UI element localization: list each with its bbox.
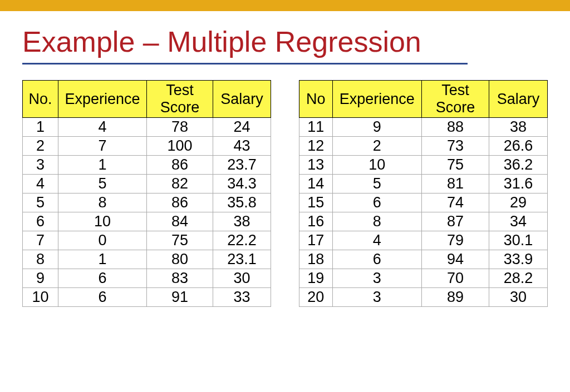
- cell-experience: 8: [58, 193, 146, 212]
- table-row: 818023.1: [23, 250, 271, 269]
- cell-no: 19: [299, 269, 333, 288]
- cell-no: 11: [299, 118, 333, 137]
- cell-salary: 28.2: [489, 269, 548, 288]
- cell-no: 4: [23, 175, 58, 193]
- table-row: 707522.2: [23, 231, 271, 250]
- cell-experience: 8: [332, 212, 421, 231]
- cell-salary: 35.8: [213, 193, 271, 212]
- cell-no: 14: [299, 175, 333, 193]
- cell-experience: 1: [58, 156, 146, 175]
- cell-experience: 3: [332, 269, 421, 288]
- table-header-row: No Experience Test Score Salary: [299, 81, 548, 118]
- cell-experience: 10: [332, 156, 421, 175]
- cell-test-score: 75: [421, 156, 489, 175]
- table-row: 2038930: [299, 288, 548, 307]
- cell-salary: 34.3: [213, 175, 271, 193]
- cell-experience: 4: [58, 118, 146, 137]
- cell-no: 15: [299, 193, 333, 212]
- cell-salary: 23.7: [213, 156, 271, 175]
- table-row: 1069133: [23, 288, 271, 307]
- cell-test-score: 87: [421, 212, 489, 231]
- header-test-score: Test Score: [421, 81, 489, 118]
- cell-salary: 22.2: [213, 231, 271, 250]
- table-row: 1869433.9: [299, 250, 548, 269]
- cell-test-score: 75: [147, 231, 213, 250]
- cell-no: 9: [23, 269, 58, 288]
- cell-salary: 30: [489, 288, 548, 307]
- cell-test-score: 73: [421, 137, 489, 156]
- table-row: 1688734: [299, 212, 548, 231]
- table-row: 968330: [23, 269, 271, 288]
- cell-test-score: 70: [421, 269, 489, 288]
- cell-test-score: 80: [147, 250, 213, 269]
- cell-no: 1: [23, 118, 58, 137]
- cell-salary: 31.6: [489, 175, 548, 193]
- accent-bar: [0, 0, 570, 11]
- page-title: Example – Multiple Regression: [22, 25, 548, 58]
- cell-no: 5: [23, 193, 58, 212]
- table-row: 458234.3: [23, 175, 271, 193]
- cell-no: 6: [23, 212, 58, 231]
- title-underline: [22, 63, 468, 64]
- cell-salary: 24: [213, 118, 271, 137]
- data-table-right: No Experience Test Score Salary 11988381…: [299, 80, 548, 307]
- cell-salary: 38: [489, 118, 548, 137]
- cell-test-score: 82: [147, 175, 213, 193]
- cell-test-score: 74: [421, 193, 489, 212]
- cell-no: 13: [299, 156, 333, 175]
- cell-no: 7: [23, 231, 58, 250]
- cell-test-score: 81: [421, 175, 489, 193]
- header-experience: Experience: [332, 81, 421, 118]
- table-row: 1198838: [299, 118, 548, 137]
- cell-no: 16: [299, 212, 333, 231]
- cell-salary: 30: [213, 269, 271, 288]
- cell-salary: 30.1: [489, 231, 548, 250]
- table-row: 318623.7: [23, 156, 271, 175]
- cell-salary: 36.2: [489, 156, 548, 175]
- cell-experience: 1: [58, 250, 146, 269]
- table-row: 1227326.6: [299, 137, 548, 156]
- table-body-right: 11988381227326.613107536.21458131.615674…: [299, 118, 548, 307]
- table-body-left: 1478242710043318623.7458234.3588635.8610…: [23, 118, 271, 307]
- table-row: 1458131.6: [299, 175, 548, 193]
- header-experience: Experience: [58, 81, 146, 118]
- cell-no: 18: [299, 250, 333, 269]
- table-row: 2710043: [23, 137, 271, 156]
- table-row: 13107536.2: [299, 156, 548, 175]
- cell-test-score: 91: [147, 288, 213, 307]
- cell-test-score: 86: [147, 193, 213, 212]
- cell-experience: 9: [332, 118, 421, 137]
- cell-no: 10: [23, 288, 58, 307]
- cell-salary: 29: [489, 193, 548, 212]
- cell-salary: 34: [489, 212, 548, 231]
- cell-test-score: 86: [147, 156, 213, 175]
- cell-test-score: 84: [147, 212, 213, 231]
- table-row: 1567429: [299, 193, 548, 212]
- cell-test-score: 89: [421, 288, 489, 307]
- cell-test-score: 94: [421, 250, 489, 269]
- cell-experience: 3: [332, 288, 421, 307]
- cell-experience: 6: [58, 269, 146, 288]
- table-row: 1747930.1: [299, 231, 548, 250]
- table-row: 6108438: [23, 212, 271, 231]
- cell-experience: 2: [332, 137, 421, 156]
- cell-test-score: 88: [421, 118, 489, 137]
- header-test-score: Test Score: [147, 81, 213, 118]
- cell-no: 12: [299, 137, 333, 156]
- cell-test-score: 79: [421, 231, 489, 250]
- cell-no: 20: [299, 288, 333, 307]
- cell-experience: 5: [58, 175, 146, 193]
- cell-test-score: 78: [147, 118, 213, 137]
- data-table-left: No. Experience Test Score Salary 1478242…: [22, 80, 271, 307]
- table-header-row: No. Experience Test Score Salary: [23, 81, 271, 118]
- cell-salary: 26.6: [489, 137, 548, 156]
- cell-salary: 33.9: [489, 250, 548, 269]
- cell-salary: 33: [213, 288, 271, 307]
- cell-no: 3: [23, 156, 58, 175]
- cell-test-score: 100: [147, 137, 213, 156]
- cell-experience: 0: [58, 231, 146, 250]
- cell-test-score: 83: [147, 269, 213, 288]
- cell-experience: 6: [332, 193, 421, 212]
- cell-experience: 4: [332, 231, 421, 250]
- header-salary: Salary: [213, 81, 271, 118]
